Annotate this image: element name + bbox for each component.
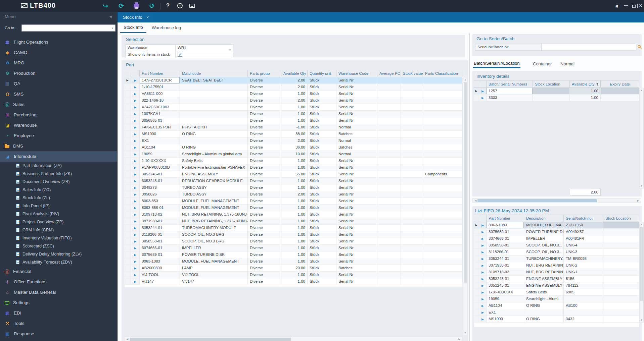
sidebar-item-tools[interactable]: ⚒Tools xyxy=(0,318,117,329)
subtab-warehouse-log[interactable]: Warehouse log xyxy=(148,22,184,33)
sidebar-item-response[interactable]: ▥Response xyxy=(0,329,117,339)
part-row[interactable]: ▶8063-1083MODULE, FUEL MANAGEMENTDiverse… xyxy=(124,258,462,265)
minimize-button[interactable] xyxy=(622,1,630,10)
row-expand-icon[interactable]: ▶ xyxy=(131,225,140,231)
row-expand-icon[interactable]: ▶ xyxy=(131,111,140,117)
scroll-down-icon[interactable]: ▼ xyxy=(640,319,643,322)
goto-combobox[interactable]: ▼ xyxy=(21,24,116,32)
sidebar-subitem-project-overview-zp[interactable]: Project Overview (ZP) xyxy=(0,218,117,226)
part-row[interactable]: ▶AB2600800LAMPDiverse20.00StückBatches xyxy=(124,265,462,272)
row-expand-icon[interactable]: ▶ xyxy=(131,131,140,137)
row-expand-icon[interactable]: ▶ xyxy=(131,211,140,218)
row-expand-icon[interactable]: ▶ xyxy=(479,276,487,282)
scroll-up-icon[interactable]: ▲ xyxy=(640,89,643,92)
column-header-expiry-date[interactable]: Expiry Date xyxy=(601,80,639,88)
column-header-batch-serial-numbers[interactable]: Batch/ Serial Numbers xyxy=(487,80,533,88)
image-button[interactable] xyxy=(187,1,197,10)
sidebar-item-employee[interactable]: ◔Employee xyxy=(0,130,117,141)
serial-batch-input[interactable] xyxy=(542,44,636,51)
column-header-stock-value[interactable]: Stock value xyxy=(401,70,423,77)
part-row[interactable]: ▶3074666-01IMPELLERDiverse1.00StückSeria… xyxy=(124,245,462,251)
column-header-average-pc[interactable]: Average PC xyxy=(377,70,401,77)
fifo-vscrollbar[interactable]: ▲ ▼ xyxy=(639,222,644,323)
row-expand-icon[interactable]: ▶ xyxy=(131,258,140,265)
scroll-right-icon[interactable]: ▶ xyxy=(636,199,640,202)
sidebar-item-sms[interactable]: ΩSMS xyxy=(0,89,117,99)
part-row[interactable]: ▶3058826TURBO ASSYDiverse2.00StückSerial… xyxy=(124,191,462,198)
tab-batch-serialnr-location[interactable]: Batch/SerialNr/Location xyxy=(473,59,520,68)
row-expand-icon[interactable]: ▶ xyxy=(131,218,140,225)
close-window-button[interactable]: × xyxy=(637,1,644,10)
sidebar-item-flight-operations[interactable]: ▦Flight Operations xyxy=(0,37,117,47)
part-row[interactable]: ▶3109718-02NUT, BRG RETAINING, 1.375-16U… xyxy=(124,211,462,218)
part-row[interactable]: ▶19059Searchlight - Aluminum gimbal armD… xyxy=(124,151,462,158)
row-expand-icon[interactable]: ▶ xyxy=(479,269,487,276)
print-button[interactable] xyxy=(132,1,141,10)
part-row[interactable]: ▶AB1104O RINGDiverse36.00StückBatches xyxy=(124,144,462,151)
part-row[interactable]: ▶3118266-01SCOOP, OIL, NO.3 BRGDiverse1.… xyxy=(124,231,462,238)
sidebar-item-financial[interactable]: $Financial xyxy=(0,266,117,277)
fifo-row[interactable]: ▶3058558-01SCOOP, OIL, NO.3...UNK-4 xyxy=(474,242,639,249)
row-expand-icon[interactable]: ▶ xyxy=(131,84,140,91)
row-expand-icon[interactable]: ▶ xyxy=(131,91,140,97)
row-expand-icon[interactable]: ▶ xyxy=(131,124,140,131)
sidebar-item-purchasing[interactable]: ⊞Purchasing xyxy=(0,110,117,120)
sidebar-subitem-scorecard-zsc[interactable]: Scorecard (ZSC) xyxy=(0,242,117,250)
part-row[interactable]: ▶1007KCA1Diverse1.00StückSerial Nr xyxy=(124,111,462,117)
column-header-part-number[interactable]: Part Number xyxy=(140,70,180,77)
stock-only-checkbox[interactable] xyxy=(178,52,182,57)
column-header-available-qty[interactable]: Available Qty xyxy=(570,80,601,88)
tab-normal[interactable]: Normal xyxy=(560,59,575,68)
part-row[interactable]: ▶VIJ147VIJ147Diverse1.00StückSerial Nr xyxy=(124,278,462,285)
part-row[interactable]: ▶3053245-01ENGINE ASSEMBLYDiverse55.00St… xyxy=(124,171,462,178)
chevron-down-icon[interactable]: ▼ xyxy=(111,27,114,30)
sidebar-item-sales[interactable]: $Sales xyxy=(0,99,117,110)
sidebar-subitem-sales-info-zc[interactable]: Sales Info (ZC) xyxy=(0,186,117,194)
sidebar-subitem-stock-info-zl[interactable]: Stock Info (ZL) xyxy=(0,194,117,202)
warehouse-dropdown[interactable]: WR1▼ xyxy=(176,44,233,51)
scrollbar-thumb[interactable] xyxy=(130,338,291,341)
part-row[interactable]: ▶8063-856-01MODULE, FUEL MANAGEMENTDiver… xyxy=(124,205,462,211)
filter-icon[interactable] xyxy=(596,82,599,86)
column-header-available-qty[interactable]: Available Qty xyxy=(281,70,308,77)
row-expand-icon[interactable]: ▶ xyxy=(479,95,487,101)
fifo-row[interactable]: ▶3074666-01IMPELLERA00481FR xyxy=(474,235,639,242)
part-row[interactable]: ▶3053244-01TURBOMACHINERY MODULEDiverse1… xyxy=(124,225,462,231)
column-header-stock-location[interactable]: Stock Location xyxy=(603,215,639,222)
sidebar-subitem-crm-info-crm[interactable]: CRM Info (CRM) xyxy=(0,226,117,234)
sidebar-subitem-business-partner-info-zk[interactable]: Business Partner Info (ZK) xyxy=(0,170,117,178)
row-expand-icon[interactable]: ▶ xyxy=(479,302,487,309)
part-row[interactable]: ▶3071930-01NUT, BRG RETAINING, 1.375-16U… xyxy=(124,218,462,225)
tab-close-icon[interactable]: × xyxy=(146,15,149,20)
row-expand-icon[interactable]: ▶ xyxy=(479,242,487,249)
part-row[interactable]: ▶8063-853MODULE, FUEL MANAGEMENTDiverse1… xyxy=(124,198,462,205)
scroll-up-icon[interactable]: ▲ xyxy=(640,223,643,226)
row-expand-icon[interactable]: ▶ xyxy=(131,245,140,251)
column-header-parts-group[interactable]: Parts group xyxy=(248,70,281,77)
row-expand-icon[interactable]: ▶ xyxy=(479,235,487,242)
fifo-row[interactable]: ▶3053244-01TURBOMACHINERY...TM-BR0095 xyxy=(474,255,639,262)
column-header-description[interactable]: Description xyxy=(524,215,564,222)
sidebar-item-edi[interactable]: ▥EDI xyxy=(0,308,117,318)
sidebar-subitem-pivot-analysis-piv[interactable]: Pivot Analysis (PIV) xyxy=(0,210,117,218)
column-header-part-number[interactable]: Part Number xyxy=(487,215,524,222)
row-expand-icon[interactable]: ▶ xyxy=(131,191,140,198)
row-expand-icon[interactable]: ▶ xyxy=(131,171,140,178)
row-expand-icon[interactable]: ▶ xyxy=(131,272,140,278)
inventory-row[interactable]: ▶▶12571.00 xyxy=(474,88,639,95)
fifo-row[interactable]: ▶3071930-01NUT, BRG RETAININ...UNK-2 xyxy=(474,262,639,269)
row-expand-icon[interactable]: ▶ xyxy=(131,198,140,205)
scrollbar-thumb[interactable] xyxy=(477,199,597,202)
fifo-row[interactable]: ▶3053245-01ENGINE ASSEMBLY784112 xyxy=(474,282,639,289)
part-row[interactable]: ▶EX1Diverse2.00StückNormal xyxy=(124,137,462,144)
row-expand-icon[interactable]: ▶ xyxy=(479,222,487,229)
scroll-down-icon[interactable]: ▼ xyxy=(463,331,467,334)
part-table-hscrollbar[interactable]: ◀ ▶ xyxy=(124,337,462,341)
row-expand-icon[interactable]: ▶ xyxy=(479,249,487,255)
part-row[interactable]: ▶FAK-EC135 P3HFIRST AID KITDiverse-1.00S… xyxy=(124,124,462,131)
pin-button[interactable]: ▶ xyxy=(613,1,621,10)
scroll-up-icon[interactable]: ▲ xyxy=(463,78,467,81)
sidebar-subitem-availability-forecast-zdv[interactable]: Availability Forecast (ZDV) xyxy=(0,258,117,266)
row-expand-icon[interactable]: ▶ xyxy=(131,137,140,144)
row-expand-icon[interactable]: ▶ xyxy=(479,316,487,323)
